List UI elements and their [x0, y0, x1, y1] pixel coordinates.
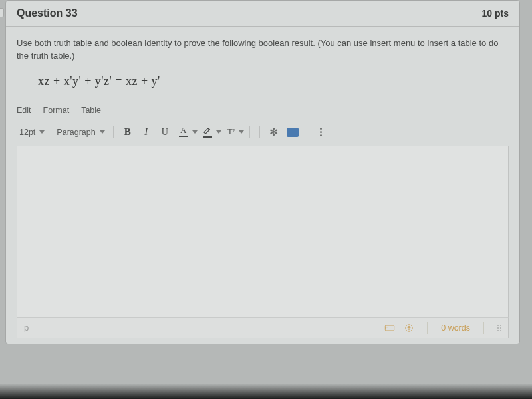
bold-button[interactable]: B — [119, 124, 136, 140]
chevron-down-icon[interactable] — [239, 130, 244, 134]
editor-menubar: Edit Format Table — [17, 106, 509, 115]
question-card: Question 33 10 pts Use both truth table … — [5, 0, 520, 344]
word-count[interactable]: 0 words — [441, 323, 470, 332]
chevron-down-icon — [100, 130, 105, 134]
question-title: Question 33 — [17, 7, 78, 19]
chevron-down-icon — [39, 130, 45, 134]
asterisk-icon: ✻ — [269, 126, 278, 138]
toolbar-divider — [259, 126, 260, 138]
question-header: Question 33 10 pts — [6, 1, 519, 27]
bottom-edge — [0, 384, 532, 399]
editor-status-bar: p 0 words — [17, 317, 509, 338]
underline-button[interactable]: U — [156, 124, 174, 140]
embed-icon — [287, 128, 299, 137]
resize-handle[interactable] — [497, 325, 501, 331]
color-bar-icon — [179, 136, 188, 138]
text-color-button[interactable]: A — [175, 124, 192, 140]
svg-point-3 — [408, 325, 410, 327]
more-options-button[interactable] — [313, 124, 330, 140]
chevron-down-icon[interactable] — [216, 130, 221, 134]
chevron-down-icon[interactable] — [192, 130, 198, 134]
rich-text-editor[interactable] — [17, 146, 509, 317]
menu-table[interactable]: Table — [81, 106, 101, 115]
block-format-select[interactable]: Paragraph — [54, 126, 107, 138]
special-char-button[interactable]: ✻ — [265, 124, 283, 140]
element-path[interactable]: p — [24, 323, 29, 332]
italic-button[interactable]: I — [138, 124, 155, 140]
superscript-button[interactable]: T² — [223, 124, 240, 140]
highlight-button[interactable] — [199, 124, 216, 140]
status-divider — [483, 322, 484, 334]
status-divider — [427, 322, 428, 334]
highlighter-icon — [203, 126, 212, 135]
menu-edit[interactable]: Edit — [17, 106, 31, 115]
keyboard-icon[interactable] — [384, 323, 395, 332]
color-bar-icon — [203, 136, 212, 138]
font-size-value: 12pt — [19, 128, 35, 137]
toolbar-divider — [307, 126, 307, 138]
flag-tab[interactable] — [0, 8, 4, 17]
font-size-select[interactable]: 12pt — [17, 126, 47, 138]
toolbar-divider — [249, 126, 250, 138]
text-color-letter: A — [180, 127, 186, 134]
kebab-icon — [317, 125, 325, 139]
editor-toolbar: 12pt Paragraph B I U A — [17, 122, 509, 146]
svg-rect-0 — [386, 325, 394, 331]
toolbar-divider — [113, 126, 114, 138]
menu-format[interactable]: Format — [43, 106, 70, 115]
embed-button[interactable] — [284, 124, 301, 140]
boolean-equation: xz + x'y' + y'z' = xz + y' — [38, 74, 509, 88]
question-prompt: Use both truth table and boolean identit… — [17, 37, 509, 63]
block-format-value: Paragraph — [57, 128, 95, 137]
question-points: 10 pts — [482, 8, 509, 19]
accessibility-icon[interactable] — [404, 323, 414, 332]
